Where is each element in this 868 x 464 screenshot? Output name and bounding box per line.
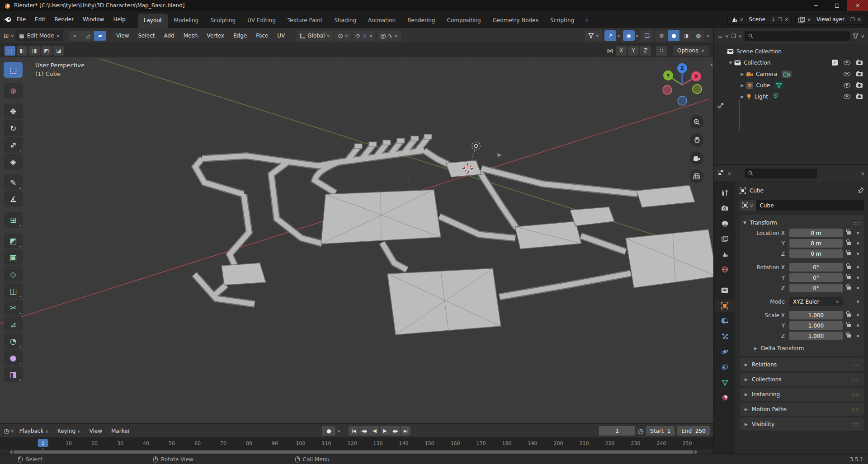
- tab-layout[interactable]: Layout: [138, 14, 168, 28]
- tool-loop-cut[interactable]: ◫: [4, 283, 23, 299]
- section-instancing[interactable]: ▶Instancing::::: [740, 388, 864, 401]
- viewport-3d[interactable]: User Perspective (1) Cube ⬚ ⊕ ✥ ↻ ↔ ◈ ✎ …: [0, 57, 713, 423]
- camera-data-icon[interactable]: [782, 70, 792, 78]
- snap-chevron[interactable]: ∨: [368, 33, 373, 38]
- show-gizmo-button[interactable]: ↗: [604, 30, 616, 41]
- tab-output[interactable]: [714, 217, 735, 230]
- minimize-button[interactable]: [806, 0, 826, 11]
- scale-y-input[interactable]: 1.000: [789, 321, 843, 330]
- show-overlays-button[interactable]: ◉: [623, 30, 635, 41]
- tab-material[interactable]: [714, 392, 735, 404]
- outliner-row-light[interactable]: ▶ Light: [714, 91, 868, 102]
- tab-object[interactable]: [714, 300, 735, 312]
- editor-type-chevron[interactable]: ∨: [10, 33, 14, 38]
- animate-dot[interactable]: [857, 253, 859, 255]
- blender-menu-logo-icon[interactable]: [4, 17, 12, 23]
- scene-copy-icon[interactable]: ❐: [778, 17, 782, 23]
- camera-view-button[interactable]: [690, 151, 703, 165]
- falloff-chevron[interactable]: ∨: [394, 33, 398, 38]
- animate-dot[interactable]: [857, 266, 859, 268]
- scene-unlink-icon[interactable]: ✕: [784, 17, 788, 23]
- animate-dot[interactable]: [857, 314, 859, 316]
- panel-drag-dots[interactable]: ::::: [852, 422, 859, 427]
- disclosure-right-icon[interactable]: ▶: [740, 83, 745, 88]
- lock-icon[interactable]: [847, 334, 851, 337]
- mesh-data-icon[interactable]: [774, 81, 783, 89]
- animate-dot[interactable]: [857, 277, 859, 279]
- tool-extrude-region[interactable]: ◩: [4, 233, 23, 248]
- scene-icon[interactable]: [731, 17, 738, 23]
- hide-viewport-icon[interactable]: [844, 72, 850, 76]
- viewlayer-icon[interactable]: [798, 17, 805, 23]
- tab-compositing[interactable]: Compositing: [441, 14, 486, 28]
- outliner-display-chevron[interactable]: ∨: [738, 34, 742, 38]
- panel-drag-dots[interactable]: ::::: [852, 362, 859, 367]
- face-select-button[interactable]: ▰: [94, 31, 106, 41]
- lock-icon[interactable]: [847, 231, 851, 234]
- filter-chevron[interactable]: ∨: [861, 34, 865, 38]
- viewlayer-copy-icon[interactable]: ❐: [850, 17, 855, 23]
- timeline-editor-icon[interactable]: ◷: [4, 428, 9, 434]
- snap-target-icon[interactable]: ⊹: [363, 33, 368, 39]
- menu-vertex[interactable]: Vertex: [203, 31, 228, 41]
- tool-edge-slide[interactable]: ◨: [4, 366, 23, 382]
- rotation-z-input[interactable]: 0°: [789, 284, 843, 292]
- scrollbar-right-handle[interactable]: [693, 450, 698, 455]
- select-intersect-button[interactable]: ◪: [53, 46, 64, 56]
- disclosure-right-icon[interactable]: ▶: [740, 94, 745, 99]
- tab-scene[interactable]: [714, 248, 735, 260]
- add-workspace-button[interactable]: +: [580, 14, 594, 28]
- properties-options-chevron[interactable]: ∨: [861, 171, 865, 176]
- menu-help[interactable]: Help: [109, 14, 129, 24]
- section-collections[interactable]: ▶Collections::::: [740, 373, 864, 386]
- current-frame-marker[interactable]: 1: [38, 439, 48, 447]
- viewlayer-remove-icon[interactable]: ✕: [857, 17, 861, 23]
- panel-drag-dots[interactable]: ::::: [852, 407, 859, 412]
- next-keyframe-button[interactable]: ◆▶: [390, 426, 400, 436]
- menu-add[interactable]: Add: [160, 31, 178, 41]
- start-frame-field[interactable]: Start 1: [646, 426, 675, 436]
- falloff-curve-icon[interactable]: ∿: [387, 33, 393, 39]
- select-invert-button[interactable]: ◩: [41, 46, 52, 56]
- menu-file[interactable]: File: [13, 14, 30, 24]
- transform-panel-header[interactable]: ▼ Transform ::::: [743, 217, 861, 228]
- rendered-shading-button[interactable]: ◍: [692, 30, 704, 41]
- xray-toggle-button[interactable]: ❏: [641, 30, 653, 41]
- mode-selector[interactable]: ▦ Edit Mode ∨: [15, 30, 63, 41]
- tab-world[interactable]: [714, 263, 735, 276]
- gizmo-chevron[interactable]: ∨: [617, 33, 621, 38]
- menu-uv[interactable]: UV: [274, 31, 288, 41]
- select-subtract-button[interactable]: ◨: [29, 46, 40, 56]
- viewlayer-name[interactable]: ViewLayer: [813, 16, 848, 23]
- menu-tl-view[interactable]: View: [86, 427, 106, 436]
- scene-browse-chevron[interactable]: ∨: [740, 17, 744, 22]
- object-name-input[interactable]: Cube: [756, 200, 864, 211]
- jump-to-end-button[interactable]: ▶|: [401, 426, 410, 436]
- outliner-search-input[interactable]: [745, 31, 850, 41]
- magnet-icon[interactable]: ∩: [354, 32, 362, 39]
- prev-keyframe-button[interactable]: ◀◆: [359, 426, 369, 436]
- edge-select-button[interactable]: ◿: [81, 31, 94, 41]
- filter-icon[interactable]: [853, 33, 859, 39]
- outliner-row-camera[interactable]: ▶ Camera: [714, 68, 868, 80]
- menu-select[interactable]: Select: [135, 31, 159, 41]
- tab-rendering[interactable]: Rendering: [401, 14, 441, 28]
- tool-scale[interactable]: ↔: [4, 137, 23, 153]
- section-visibility[interactable]: ▶Visibility::::: [740, 417, 864, 431]
- light-data-icon[interactable]: [773, 93, 779, 100]
- menu-playback[interactable]: Playback ∨: [16, 427, 52, 436]
- tab-animation[interactable]: Animation: [362, 14, 401, 28]
- disable-render-icon[interactable]: [856, 61, 863, 65]
- disable-render-icon[interactable]: [856, 94, 863, 99]
- scene-name[interactable]: Scene: [745, 16, 769, 23]
- properties-search-input[interactable]: [745, 169, 817, 178]
- menu-window[interactable]: Window: [79, 14, 108, 24]
- animate-dot[interactable]: [857, 300, 859, 303]
- tab-render[interactable]: [714, 202, 735, 214]
- tab-scripting[interactable]: Scripting: [544, 14, 580, 28]
- jump-to-start-button[interactable]: |◀: [349, 426, 359, 436]
- lock-icon[interactable]: [847, 314, 851, 317]
- tool-rotate[interactable]: ↻: [4, 120, 23, 136]
- animate-dot[interactable]: [857, 232, 859, 234]
- scale-z-input[interactable]: 1.000: [789, 332, 843, 340]
